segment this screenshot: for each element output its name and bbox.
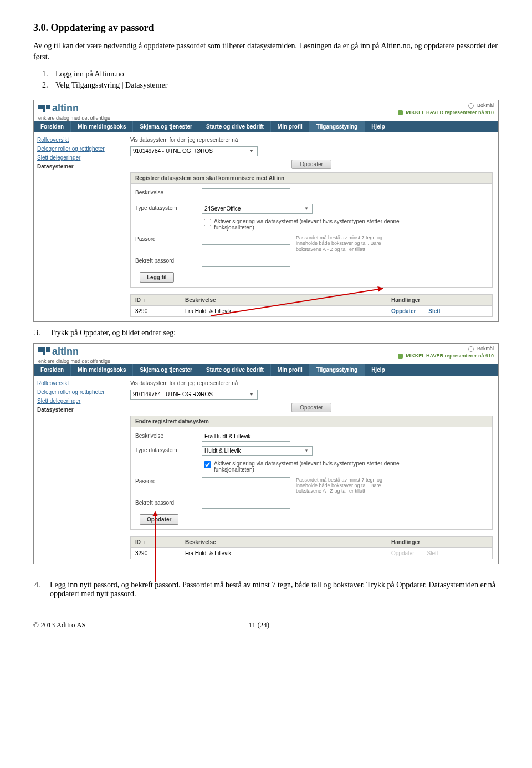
user-icon	[398, 110, 403, 115]
col-id-header[interactable]: ID↑	[131, 295, 181, 305]
passord-input[interactable]	[202, 477, 290, 487]
sort-arrow-icon: ↑	[143, 298, 145, 303]
oppdater-button[interactable]: Oppdater	[291, 403, 331, 412]
row-oppdater-link[interactable]: Oppdater	[391, 308, 416, 314]
passord-hint: Passordet må bestå av minst 7 tegn og in…	[296, 477, 401, 494]
altinn-logo-icon	[38, 105, 50, 112]
col-actions-header: Handlinger	[387, 295, 492, 305]
brand-text: altinn	[52, 103, 79, 114]
nav-tilgangsstyring[interactable]: Tilgangsstyring	[310, 121, 365, 132]
altinn-logo-icon	[38, 347, 50, 355]
altinn-screenshot-1: altinn Bokmål MIKKEL HAVER representerer…	[33, 100, 499, 322]
type-label: Type datasystem	[135, 446, 202, 453]
globe-icon	[468, 103, 474, 109]
vis-datasystem-label: Vis datasystem for den jeg representerer…	[130, 380, 238, 386]
datasystem-table-header: ID↑ Beskrivelse Handlinger	[130, 536, 493, 548]
nav-skjema[interactable]: Skjema og tjenester	[133, 121, 199, 132]
nav-meldingsboks[interactable]: Min meldingsboks	[71, 121, 133, 132]
language-label: Bokmål	[477, 346, 494, 351]
beskrivelse-input-value: Fra Huldt & Lillevik	[204, 433, 250, 439]
row-slett-link[interactable]: Slett	[428, 308, 441, 314]
legg-til-button[interactable]: Legg til	[140, 272, 174, 283]
row-id: 3290	[131, 306, 181, 316]
register-section-title: Registrer datasystem som skal kommuniser…	[131, 173, 492, 184]
nav-skjema[interactable]: Skjema og tjenester	[133, 364, 199, 376]
section-heading: 3.0. Oppdatering av passord	[33, 22, 499, 34]
beskrivelse-input[interactable]	[202, 188, 290, 198]
table-row: 3290 Fra Huldt & Lillevik Oppdater Slett	[130, 548, 493, 559]
user-icon	[398, 354, 403, 359]
sidebar: Rolleoversikt Deleger roller og rettighe…	[34, 376, 128, 564]
type-select[interactable]: 24SevenOffice ▼	[202, 204, 313, 214]
type-select[interactable]: Huldt & Lillevik ▼	[202, 446, 313, 456]
bekreft-passord-label: Bekreft passord	[135, 499, 202, 506]
nav-forsiden[interactable]: Forsiden	[34, 121, 71, 132]
org-select-value: 910149784 - UTNE OG RØROS	[133, 391, 213, 397]
chevron-down-icon: ▼	[248, 149, 255, 153]
top-navigation: Forsiden Min meldingsboks Skjema og tjen…	[34, 364, 498, 376]
edit-section-title: Endre registrert datasystem	[131, 416, 492, 427]
intro-paragraph: Av og til kan det være nødvendig å oppda…	[33, 40, 499, 62]
language-selector[interactable]: Bokmål	[398, 103, 494, 109]
step-3: 3.Trykk på Oppdater, og bildet endrer se…	[50, 329, 499, 337]
nav-hjelp[interactable]: Hjelp	[365, 121, 392, 132]
aktiver-signering-label: Aktiver signering via datasystemet (rele…	[214, 460, 408, 473]
row-oppdater-link-disabled: Oppdater	[391, 550, 415, 556]
sidebar-slett[interactable]: Slett delegeringer	[37, 155, 125, 161]
nav-tilgangsstyring[interactable]: Tilgangsstyring	[310, 364, 365, 376]
sidebar-datasystemer[interactable]: Datasystemer	[37, 407, 125, 413]
org-select[interactable]: 910149784 - UTNE OG RØROS ▼	[130, 146, 258, 156]
main-panel: Vis datasystem for den jeg representerer…	[128, 132, 498, 321]
page-number: 11 (24)	[19, 621, 499, 629]
sort-arrow-icon: ↑	[143, 540, 145, 545]
user-line: MIKKEL HAVER representerer nå 910	[406, 353, 494, 359]
passord-hint: Passordet må bestå av minst 7 tegn og in…	[296, 235, 401, 252]
sidebar-rolleoversikt[interactable]: Rolleoversikt	[37, 380, 125, 386]
nav-profil[interactable]: Min profil	[271, 121, 310, 132]
row-id: 3290	[131, 548, 181, 559]
language-selector[interactable]: Bokmål	[398, 346, 494, 352]
org-select-value: 910149784 - UTNE OG RØROS	[133, 148, 213, 154]
type-select-value: Huldt & Lillevik	[204, 448, 241, 454]
oppdater-form-button[interactable]: Oppdater	[140, 514, 178, 525]
passord-label: Passord	[135, 235, 202, 242]
bekreft-passord-input[interactable]	[202, 257, 290, 267]
user-representation: MIKKEL HAVER representerer nå 910	[398, 353, 494, 359]
oppdater-button[interactable]: Oppdater	[291, 160, 331, 169]
aktiver-signering-checkbox[interactable]	[204, 461, 211, 468]
globe-icon	[468, 346, 474, 352]
nav-hjelp[interactable]: Hjelp	[365, 364, 392, 376]
brand-tagline: enklere dialog med det offentlige	[34, 115, 498, 121]
user-line: MIKKEL HAVER representerer nå 910	[406, 110, 494, 115]
steps-list-1: Logg inn på Altinn.no Velg Tilgangsstyri…	[50, 70, 499, 90]
col-id-header[interactable]: ID↑	[131, 537, 181, 547]
language-label: Bokmål	[477, 103, 494, 108]
nav-forsiden[interactable]: Forsiden	[34, 364, 71, 376]
user-representation: MIKKEL HAVER representerer nå 910	[398, 110, 494, 115]
step-2: Velg Tilgangsstyring | Datasystemer	[50, 81, 499, 90]
sidebar-slett[interactable]: Slett delegeringer	[37, 398, 125, 404]
type-label: Type datasystem	[135, 204, 202, 211]
sidebar-rolleoversikt[interactable]: Rolleoversikt	[37, 137, 125, 143]
table-row: 3290 Fra Huldt & Lillevik Oppdater Slett	[130, 306, 493, 317]
sidebar-datasystemer[interactable]: Datasystemer	[37, 163, 125, 170]
bekreft-passord-input[interactable]	[202, 499, 290, 509]
sidebar-deleger[interactable]: Deleger roller og rettigheter	[37, 389, 125, 395]
altinn-logo: altinn	[38, 103, 79, 114]
aktiver-signering-checkbox[interactable]	[204, 219, 211, 226]
org-select[interactable]: 910149784 - UTNE OG RØROS ▼	[130, 390, 258, 400]
nav-meldingsboks[interactable]: Min meldingsboks	[71, 364, 133, 376]
chevron-down-icon: ▼	[303, 206, 310, 211]
chevron-down-icon: ▼	[303, 448, 310, 453]
nav-starte[interactable]: Starte og drive bedrift	[200, 121, 271, 132]
sidebar-deleger[interactable]: Deleger roller og rettigheter	[37, 146, 125, 152]
passord-input[interactable]	[202, 235, 290, 245]
beskrivelse-input[interactable]: Fra Huldt & Lillevik	[202, 432, 290, 442]
col-desc-header[interactable]: Beskrivelse	[181, 537, 387, 547]
altinn-logo: altinn	[38, 346, 79, 357]
nav-starte[interactable]: Starte og drive bedrift	[200, 364, 271, 376]
nav-profil[interactable]: Min profil	[271, 364, 310, 376]
aktiver-signering-label: Aktiver signering via datasystemet (rele…	[214, 218, 408, 231]
bekreft-passord-label: Bekreft passord	[135, 257, 202, 264]
register-section: Registrer datasystem som skal kommuniser…	[130, 172, 493, 288]
